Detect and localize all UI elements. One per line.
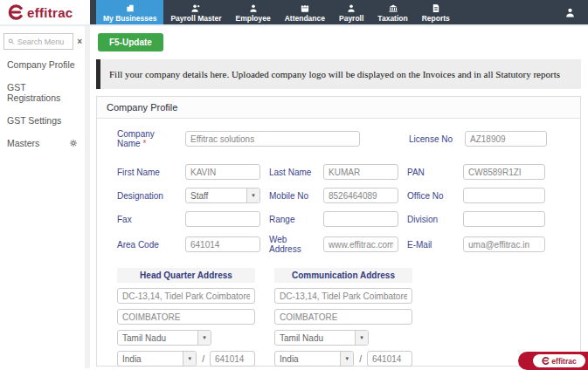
email-label: E-Mail — [407, 240, 458, 250]
sidebar-item-gst-registrations[interactable]: GST Registrations — [0, 76, 85, 109]
email-field[interactable] — [463, 236, 545, 252]
nav-employee[interactable]: Employee — [229, 0, 278, 24]
top-nav: My Businesses Payroll Master Employee At… — [96, 0, 457, 24]
nav-label: Reports — [422, 14, 450, 23]
hq-address-title: Head Quarter Address — [117, 268, 255, 283]
chevron-down-icon: ▾ — [340, 352, 353, 366]
nav-label: Payroll Master — [170, 14, 221, 23]
designation-select[interactable]: Staff ▾ — [185, 188, 260, 203]
mobile-no-label: Mobile No — [269, 191, 318, 201]
address-section: Head Quarter Address Tamil Nadu ▾ India … — [117, 268, 568, 370]
division-label: Division — [407, 215, 458, 224]
chevron-down-icon: ▾ — [246, 188, 259, 202]
hq-country-select[interactable]: India ▾ — [117, 351, 197, 367]
designation-value: Staff — [186, 191, 246, 201]
f5-update-button[interactable]: F5-Update — [98, 33, 163, 51]
hq-state-select[interactable]: Tamil Nadu ▾ — [117, 330, 211, 346]
reports-icon — [430, 3, 442, 13]
brand-logo[interactable]: effitrac — [0, 0, 90, 24]
user-menu[interactable] — [564, 0, 588, 24]
form-row-name: First Name Last Name PAN — [117, 164, 568, 180]
comm-city-field[interactable] — [274, 309, 412, 325]
comm-country-select[interactable]: India ▾ — [274, 351, 354, 367]
company-profile-panel: Company Profile Company Name * License N… — [96, 96, 581, 367]
fax-field[interactable] — [185, 211, 260, 227]
sidebar-item-company-profile[interactable]: Company Profile — [0, 53, 85, 76]
nav-taxation[interactable]: Taxation — [370, 0, 414, 24]
nav-payroll[interactable]: Payroll — [332, 0, 370, 24]
web-address-label: Web Address — [269, 235, 318, 254]
pin-separator: / — [359, 354, 362, 364]
chevron-down-icon: ▾ — [197, 331, 211, 345]
nav-my-businesses[interactable]: My Businesses — [96, 0, 163, 24]
mobile-no-field[interactable] — [323, 188, 398, 203]
footer-brand-pill: effitrac — [533, 354, 585, 367]
effitrac-e-icon — [8, 4, 24, 20]
taxation-icon — [387, 3, 399, 13]
area-code-field[interactable] — [185, 236, 260, 252]
last-name-label: Last Name — [269, 168, 318, 177]
nav-label: Attendance — [285, 14, 325, 23]
search-input[interactable] — [17, 38, 70, 46]
hq-pincode-field[interactable] — [210, 351, 255, 367]
sidebar-item-masters[interactable]: Masters — [0, 132, 85, 154]
content-area: F5-Update Fill your company details here… — [90, 26, 588, 368]
office-no-field[interactable] — [463, 188, 545, 203]
pan-field[interactable] — [463, 164, 545, 180]
area-code-label: Area Code — [117, 240, 180, 250]
hq-state-value: Tamil Nadu — [118, 333, 197, 343]
division-field[interactable] — [463, 211, 545, 227]
comm-pincode-field[interactable] — [367, 351, 412, 367]
chevron-down-icon: ▾ — [183, 352, 196, 366]
sidebar: × Company Profile GST Registrations GST … — [0, 26, 90, 368]
head-quarter-address-column: Head Quarter Address Tamil Nadu ▾ India … — [117, 268, 255, 370]
footer-brand-name: effitrac — [551, 357, 576, 366]
web-address-field[interactable] — [323, 236, 398, 252]
footer-brand-badge: effitrac — [518, 352, 588, 370]
brand-name: effitrac — [27, 5, 73, 20]
license-no-field[interactable] — [465, 131, 547, 147]
search-icon — [8, 38, 15, 45]
payroll-master-icon — [190, 3, 202, 13]
communication-address-column: Communication Address Tamil Nadu ▾ India… — [274, 268, 412, 370]
pan-label: PAN — [407, 168, 458, 177]
hq-address-line1-field[interactable] — [117, 288, 255, 304]
sidebar-item-gst-settings[interactable]: GST Settings — [0, 109, 85, 132]
topbar: effitrac My Businesses Payroll Master Em… — [0, 0, 588, 26]
gear-icon — [69, 139, 78, 147]
comm-state-value: Tamil Nadu — [275, 333, 355, 343]
hq-city-field[interactable] — [117, 309, 255, 325]
user-icon — [564, 7, 576, 18]
first-name-field[interactable] — [185, 164, 260, 180]
nav-label: Employee — [236, 14, 271, 23]
form-row-company: Company Name * License No — [117, 129, 568, 148]
last-name-field[interactable] — [323, 164, 398, 180]
panel-title: Company Profile — [97, 97, 580, 119]
sidebar-item-label: GST Settings — [7, 115, 61, 126]
nav-label: Taxation — [377, 14, 407, 23]
company-name-field[interactable] — [185, 131, 360, 147]
nav-payroll-master[interactable]: Payroll Master — [163, 0, 228, 24]
chevron-down-icon: ▾ — [355, 331, 368, 345]
required-asterisk: * — [142, 139, 146, 148]
sidebar-item-label: GST Registrations — [7, 82, 78, 103]
comm-state-select[interactable]: Tamil Nadu ▾ — [274, 330, 369, 346]
fax-label: Fax — [117, 215, 180, 224]
range-field[interactable] — [323, 211, 398, 227]
first-name-label: First Name — [117, 168, 180, 177]
designation-label: Designation — [117, 191, 180, 201]
sidebar-search[interactable] — [3, 33, 73, 50]
search-close-icon[interactable]: × — [77, 38, 82, 46]
effitrac-e-icon — [542, 357, 550, 365]
comm-country-value: India — [275, 354, 340, 364]
office-no-label: Office No — [407, 191, 458, 201]
comm-address-title: Communication Address — [274, 268, 412, 283]
nav-reports[interactable]: Reports — [415, 0, 457, 24]
form-row-contact: Area Code Web Address E-Mail — [117, 235, 568, 254]
nav-attendance[interactable]: Attendance — [278, 0, 332, 24]
businesses-icon — [124, 3, 136, 13]
comm-address-line1-field[interactable] — [274, 288, 412, 304]
employee-icon — [247, 3, 259, 13]
nav-label: My Businesses — [103, 14, 156, 23]
form-row-fax: Fax Range Division — [117, 211, 568, 227]
